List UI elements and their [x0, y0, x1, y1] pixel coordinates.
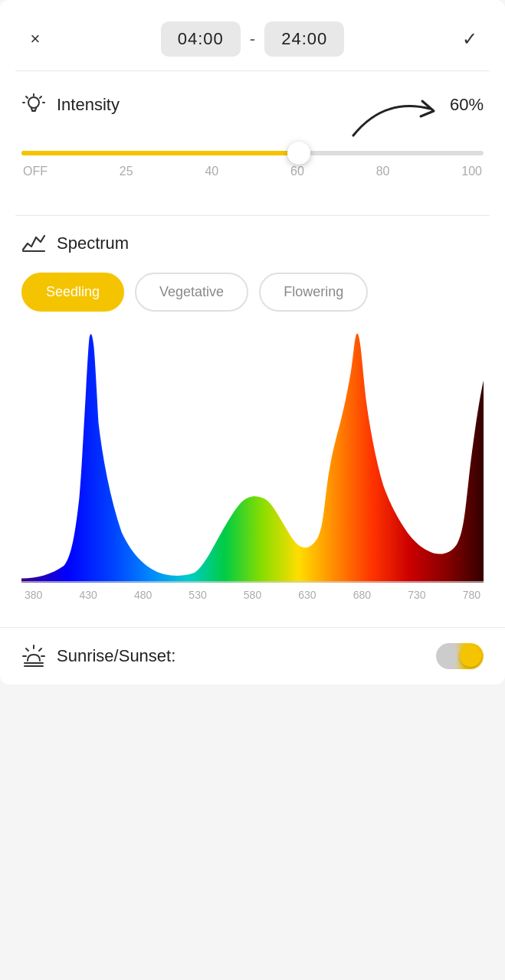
time-range: 04:00 - 24:00: [161, 21, 344, 57]
sunrise-icon: [21, 644, 46, 668]
header: × 04:00 - 24:00 ✓: [0, 0, 505, 70]
time-end[interactable]: 24:00: [264, 21, 344, 57]
slider-label-100: 100: [461, 165, 482, 178]
chart-x-labels: 380 430 480 530 580 630 680 730 780: [21, 589, 484, 601]
vegetative-button[interactable]: Vegetative: [135, 273, 248, 312]
chart-label-530: 530: [189, 589, 206, 601]
svg-line-13: [26, 648, 28, 651]
intensity-slider-container: OFF 25 40 60 80 100: [21, 136, 484, 201]
bulb-icon: [21, 93, 46, 117]
seedling-button[interactable]: Seedling: [21, 273, 124, 312]
chart-label-630: 630: [298, 589, 316, 601]
time-start[interactable]: 04:00: [161, 21, 241, 57]
chart-label-680: 680: [353, 589, 371, 601]
chart-label-730: 730: [408, 589, 425, 601]
intensity-title-group: Intensity: [21, 93, 120, 117]
intensity-slider-track[interactable]: [21, 151, 484, 155]
sunrise-left: Sunrise/Sunset:: [21, 644, 175, 668]
chart-label-380: 380: [25, 589, 42, 601]
confirm-button[interactable]: ✓: [456, 25, 484, 53]
sunrise-toggle[interactable]: [436, 643, 484, 669]
intensity-value: 60%: [450, 95, 484, 115]
chart-label-580: 580: [244, 589, 261, 601]
intensity-slider-fill: [21, 151, 299, 155]
sunrise-section: Sunrise/Sunset:: [0, 627, 505, 684]
spectrum-section: Spectrum Seedling Vegetative Flowering: [0, 216, 505, 627]
close-button[interactable]: ×: [21, 25, 49, 53]
chart-label-780: 780: [463, 589, 480, 601]
svg-line-4: [26, 96, 28, 98]
svg-rect-8: [21, 330, 484, 583]
svg-line-11: [39, 648, 41, 651]
spectrum-label: Spectrum: [57, 234, 129, 253]
spectrum-buttons: Seedling Vegetative Flowering: [21, 273, 484, 312]
intensity-slider-thumb[interactable]: [287, 142, 310, 165]
slider-label-25: 25: [120, 165, 133, 178]
slider-label-off: OFF: [23, 165, 48, 178]
intensity-section: Intensity 60%: [0, 71, 505, 215]
chart-label-430: 430: [79, 589, 97, 601]
sunrise-label: Sunrise/Sunset:: [57, 646, 175, 666]
chart-label-480: 480: [134, 589, 152, 601]
spectrum-chart: [21, 330, 484, 583]
spectrum-header: Spectrum: [21, 231, 484, 256]
flowering-button[interactable]: Flowering: [259, 273, 368, 312]
intensity-label: Intensity: [57, 95, 120, 115]
svg-line-2: [40, 96, 41, 98]
time-separator: -: [250, 29, 255, 49]
slider-label-40: 40: [205, 165, 218, 178]
toggle-thumb: [460, 645, 481, 667]
slider-label-80: 80: [376, 165, 390, 178]
spectrum-icon: [21, 231, 46, 256]
svg-point-0: [28, 97, 39, 108]
slider-label-60: 60: [290, 165, 304, 178]
slider-labels: OFF 25 40 60 80 100: [21, 165, 484, 178]
